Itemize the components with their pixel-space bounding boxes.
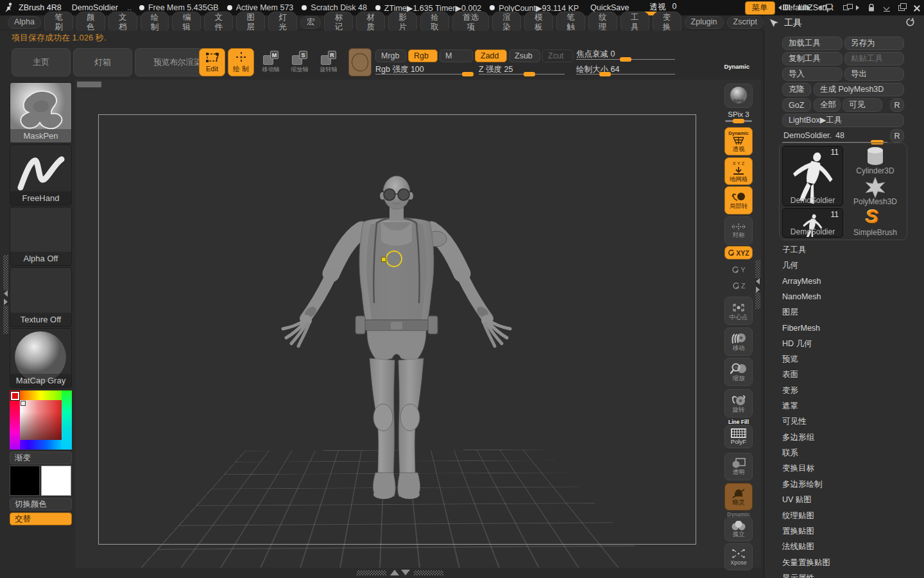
move-gizmo-button[interactable]: M 移动轴 [258,51,284,74]
current-material-tile[interactable]: MatCap Gray [10,328,72,388]
subpalette-header[interactable]: HD 几何 [764,336,924,351]
canvas-h-scrollbar[interactable] [77,82,101,87]
save-as-button[interactable]: 另存为 [844,37,904,50]
scale-button[interactable]: 缩放 [724,358,753,386]
hue-selector[interactable] [11,392,19,400]
menu-item[interactable]: Alpha [8,16,41,29]
subpalette-header[interactable]: 矢量置换贴图 [764,555,924,570]
spix-slider[interactable]: SPix 3 [723,110,755,122]
bpr-render-button[interactable]: BPR [724,83,753,108]
subpalette-header[interactable]: UV 贴图 [764,493,924,508]
goz-visible-button[interactable]: 可见 [843,98,882,112]
rgb-intensity-track[interactable] [375,74,473,74]
menu-item[interactable]: 宏 [300,16,321,29]
current-tool-thumbnail[interactable]: 11 DemoSoldier [782,146,843,206]
menu-item[interactable]: Zplugin [685,16,724,29]
gyro-xyz-button[interactable]: XYZ [724,246,753,259]
document-canvas[interactable] [75,80,761,568]
clone-button[interactable]: 克隆 [782,83,811,96]
mrgb-button[interactable]: Mrgb [375,49,406,62]
subpalette-header[interactable]: 联系 [764,445,924,460]
subpalette-header[interactable]: NanoMesh [764,289,924,304]
switch-color-button[interactable]: 切换颜色 [10,498,72,511]
export-button[interactable]: 导出 [844,67,904,81]
goz-r-button[interactable]: R [890,98,904,112]
z-intensity-track[interactable] [479,74,565,74]
restore-button[interactable] [898,5,905,11]
next-window-icon[interactable] [843,5,859,10]
edit-button[interactable]: Edit [199,48,225,76]
secondary-color-swatch[interactable] [41,466,71,496]
bottom-tray-divider[interactable] [357,570,443,575]
solo-button[interactable]: 孤立 [724,517,753,541]
transparent-button[interactable]: 透明 [724,453,753,480]
minimize-button[interactable] [884,4,890,11]
close-button[interactable] [913,4,920,12]
subpalette-header[interactable]: 可见性 [764,414,924,430]
quicksave-button[interactable]: QuickSave [590,3,629,12]
subpalette-header[interactable]: 法线贴图 [764,539,924,555]
lightbox-tool-button[interactable]: LightBox▶工具 [782,114,904,127]
load-tool-button[interactable]: 加载工具 [782,37,843,50]
menu-button[interactable]: 菜单 [745,1,775,15]
goz-all-button[interactable]: 全部 [814,98,841,112]
symmetry-button[interactable]: 对称 [724,216,753,245]
left-tray-divider-arrows[interactable] [3,290,9,306]
subpalette-header[interactable]: 几何 [764,258,924,273]
scale-gizmo-button[interactable]: S 缩放轴 [287,51,312,74]
goz-button[interactable]: GoZ [782,98,811,112]
active-tool-slider[interactable]: DemoSoldier. 48 [782,129,887,143]
color-picker[interactable] [10,390,72,450]
draw-button[interactable]: 绘 制 [228,48,254,76]
main-color-swatch[interactable] [10,466,40,496]
subpalette-header[interactable]: 表面 [764,367,924,383]
color-cursor[interactable] [21,401,26,406]
gyro-y-button[interactable]: Y [723,266,755,274]
perspective-slider[interactable]: 透视 0 [644,2,739,13]
xpose-button[interactable]: Xpose [724,543,753,570]
current-texture-button[interactable]: Texture Off [10,267,72,327]
draw-size-track[interactable] [576,74,675,74]
cylinder3d-thumbnail[interactable]: Cylinder3D [845,146,905,176]
subpalette-header[interactable]: 多边形组 [764,430,924,445]
current-alpha-button[interactable]: Alpha Off [10,207,72,266]
restore-config-icon[interactable] [905,17,915,28]
menu-item[interactable]: Zscript [727,16,764,29]
focal-shift-track[interactable] [576,59,675,60]
alternate-button[interactable]: 交替 [10,512,72,525]
simplebrush-thumbnail[interactable]: S SimpleBrush [845,208,905,238]
zcut-button[interactable]: Zcut [542,49,573,62]
subpalette-header[interactable]: 多边形绘制 [764,477,924,492]
perspective-button[interactable]: Dynamic 透视 [724,127,753,155]
current-stroke-button[interactable]: FreeHand [10,144,72,206]
polyframe-button[interactable]: PolyF [724,425,753,448]
rgb-button[interactable]: Rgb [408,49,438,62]
copy-tool-button[interactable]: 复制工具 [782,52,843,66]
lock-icon[interactable] [868,4,875,12]
subpalette-header[interactable]: 图层 [764,304,924,320]
zsub-button[interactable]: Zsub [509,49,540,62]
subpalette-header[interactable]: 变形 [764,383,924,398]
gradient-button[interactable]: 渐变 [10,451,72,464]
subpalette-header[interactable]: 纹理贴图 [764,508,924,523]
subpalette-header[interactable]: 显示属性 [764,570,924,578]
frame-button[interactable]: 中心点 [724,297,753,325]
subpalette-header[interactable]: FiberMesh [764,320,924,336]
recent-tool-thumbnail[interactable]: 11 DemoSoldier [782,208,843,238]
subpalette-header[interactable]: 置换贴图 [764,523,924,539]
subpalette-header[interactable]: 子工具 [764,242,924,258]
right-shelf-divider-arrows[interactable] [755,278,761,292]
ghost-button[interactable]: 幽灵 [724,483,753,511]
rotate-gizmo-button[interactable]: R 旋转轴 [316,51,341,74]
rotate-button[interactable]: 旋转 [724,389,753,417]
saturation-square[interactable] [20,400,62,440]
current-brush-button[interactable]: MaskPen [10,82,72,143]
make-polymesh3d-button[interactable]: 生成 PolyMesh3D [814,83,904,96]
focal-shift-slider[interactable]: 焦点衰减 0 [576,49,615,60]
home-button[interactable]: 主页 [12,48,71,76]
subpalette-header[interactable]: 预览 [764,351,924,367]
scroll-right-icon[interactable] [799,3,810,12]
local-symmetry-button[interactable]: 局部转 [724,186,753,215]
move-button[interactable]: 移动 [724,328,753,356]
scroll-left-icon[interactable] [778,3,790,12]
